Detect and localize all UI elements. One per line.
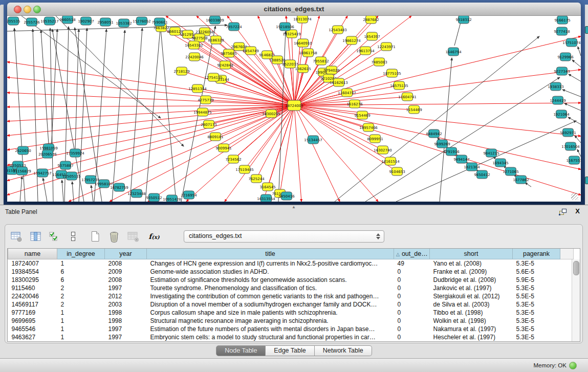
column-header-title[interactable]: title <box>147 249 394 259</box>
table-cell[interactable]: 2008 <box>105 259 147 268</box>
table-cell[interactable]: 0 <box>394 276 430 284</box>
resize-grip-icon[interactable] <box>571 193 578 200</box>
float-panel-icon[interactable] <box>558 208 568 216</box>
network-edge[interactable] <box>575 136 581 143</box>
table-row[interactable]: 977716911998Corpus callosum shape and si… <box>8 309 574 317</box>
function-builder-icon[interactable]: f(x) <box>147 230 161 243</box>
column-header-name[interactable]: name <box>8 249 57 259</box>
table-cell[interactable]: 1 <box>57 333 105 341</box>
network-edge[interactable] <box>62 180 63 202</box>
network-edge[interactable] <box>294 105 390 161</box>
table-cell[interactable]: 1998 <box>105 309 147 317</box>
table-cell[interactable]: 5.3E-5 <box>513 333 560 341</box>
table-cell[interactable]: 2003 <box>105 300 147 309</box>
table-cell[interactable]: 6 <box>57 276 105 284</box>
table-cell[interactable]: 2012 <box>105 292 147 300</box>
network-edge[interactable] <box>569 74 581 81</box>
network-edge[interactable] <box>94 29 106 202</box>
table-cell[interactable]: 2 <box>57 284 105 292</box>
table-row[interactable]: 911546021997Tourette syndrome. Phenomeno… <box>8 284 574 292</box>
table-cell[interactable]: Investigating the contribution of common… <box>147 292 394 300</box>
tab-edge-table[interactable]: Edge Table <box>266 345 314 356</box>
network-edge[interactable] <box>7 25 227 31</box>
table-cell[interactable]: 5.3E-5 <box>513 300 560 309</box>
column-header-out_degree[interactable]: △out_de… <box>394 249 430 259</box>
table-cell[interactable]: 1 <box>57 317 105 325</box>
table-cell[interactable]: Genome-wide association studies in ADHD. <box>147 268 394 276</box>
network-edge[interactable] <box>572 60 581 67</box>
table-cell[interactable]: Hescheler et al. (1997) <box>430 333 513 341</box>
network-edge[interactable] <box>577 149 581 157</box>
tab-network-table[interactable]: Network Table <box>315 345 372 356</box>
network-edge[interactable] <box>525 183 531 187</box>
network-canvas[interactable]: 1872400774638228660128591295423226058982… <box>7 16 581 202</box>
table-cell[interactable]: 5.3E-5 <box>513 259 560 268</box>
network-edge[interactable] <box>578 47 581 56</box>
table-cell[interactable]: Yano et al. (2008) <box>430 259 513 268</box>
table-cell[interactable]: de Silva et al. (2003) <box>430 300 513 309</box>
tab-node-table[interactable]: Node Table <box>216 345 266 356</box>
network-edge[interactable] <box>91 185 93 202</box>
column-header-year[interactable]: year <box>105 249 147 259</box>
table-cell[interactable]: 9463627 <box>8 333 57 341</box>
network-edge[interactable] <box>294 105 378 202</box>
network-edge[interactable] <box>440 58 452 202</box>
delete-table-icon[interactable] <box>107 230 121 243</box>
network-edge[interactable] <box>161 29 176 202</box>
table-cell[interactable]: 0 <box>394 325 430 333</box>
network-edge[interactable] <box>43 178 47 202</box>
network-edge[interactable] <box>209 105 294 124</box>
table-row[interactable]: 1830029562008Estimation of significance … <box>8 276 574 284</box>
table-cell[interactable]: 1 <box>57 325 105 333</box>
table-row[interactable]: 2242004622012Investigating the contribut… <box>8 292 574 300</box>
network-edge[interactable] <box>72 182 74 202</box>
network-edge[interactable] <box>145 29 160 202</box>
table-cell[interactable]: 2 <box>57 300 105 309</box>
table-cell[interactable]: 6 <box>57 268 105 276</box>
network-edge[interactable] <box>396 121 576 202</box>
column-header-in_degree[interactable]: in_degree <box>57 249 105 259</box>
table-cell[interactable]: 0 <box>394 333 430 341</box>
table-mode-icon[interactable] <box>10 230 23 243</box>
table-cell[interactable]: 5.9E-5 <box>513 276 560 284</box>
table-cell[interactable]: 18300295 <box>8 276 57 284</box>
table-cell[interactable]: Jankovic et al. (1997) <box>430 284 513 292</box>
table-cell[interactable]: 9699695 <box>8 317 57 325</box>
network-edge[interactable] <box>14 28 25 202</box>
table-cell[interactable]: 0 <box>394 300 430 309</box>
table-cell[interactable]: Embryonic stem cells: a model to study s… <box>147 333 394 341</box>
network-edge[interactable] <box>41 30 49 144</box>
table-cell[interactable]: 18724007 <box>8 259 57 268</box>
table-cell[interactable]: Dudbridge et al. (2008) <box>430 276 513 284</box>
table-cell[interactable]: 9465546 <box>8 325 57 333</box>
table-cell[interactable]: 5.3E-5 <box>513 317 560 325</box>
table-cell[interactable]: 1998 <box>105 317 147 325</box>
table-cell[interactable]: Tibbo et al. (1998) <box>430 309 513 317</box>
table-cell[interactable]: 49 <box>394 259 430 268</box>
table-cell[interactable]: 5.3E-5 <box>513 284 560 292</box>
table-cell[interactable]: 9777169 <box>8 309 57 317</box>
table-cell[interactable]: 1 <box>57 259 105 268</box>
table-cell[interactable]: 0 <box>394 292 430 300</box>
table-scrollbar[interactable] <box>572 259 580 341</box>
network-edge[interactable] <box>51 29 57 150</box>
show-column-icon[interactable] <box>29 230 42 243</box>
table-cell[interactable]: 5.3E-5 <box>513 325 560 333</box>
table-cell[interactable]: 2009 <box>105 268 147 276</box>
network-edge[interactable] <box>564 103 581 111</box>
table-cell[interactable]: 22420046 <box>8 292 57 300</box>
column-header-short[interactable]: short <box>430 249 513 259</box>
table-cell[interactable]: 5.6E-5 <box>513 268 560 276</box>
network-window-titlebar[interactable]: citations_edges.txt <box>7 3 581 16</box>
network-edge[interactable] <box>568 117 581 124</box>
scrollbar-thumb[interactable] <box>573 261 579 275</box>
table-row[interactable]: 946554611997Estimation of the future num… <box>8 325 574 333</box>
table-cell[interactable]: Nakamura et al. (1997) <box>430 325 513 333</box>
table-row[interactable]: 1872400712008Changes of HCN gene express… <box>8 259 574 268</box>
table-selector-dropdown[interactable]: citations_edges.txt <box>184 230 384 243</box>
table-cell[interactable]: 1997 <box>105 333 147 341</box>
network-edge[interactable] <box>294 105 375 139</box>
network-graph[interactable]: 1872400774638228660128591295423226058982… <box>7 16 581 202</box>
network-edge[interactable] <box>56 16 184 146</box>
table-cell[interactable]: Wolkin et al. (1998) <box>430 317 513 325</box>
